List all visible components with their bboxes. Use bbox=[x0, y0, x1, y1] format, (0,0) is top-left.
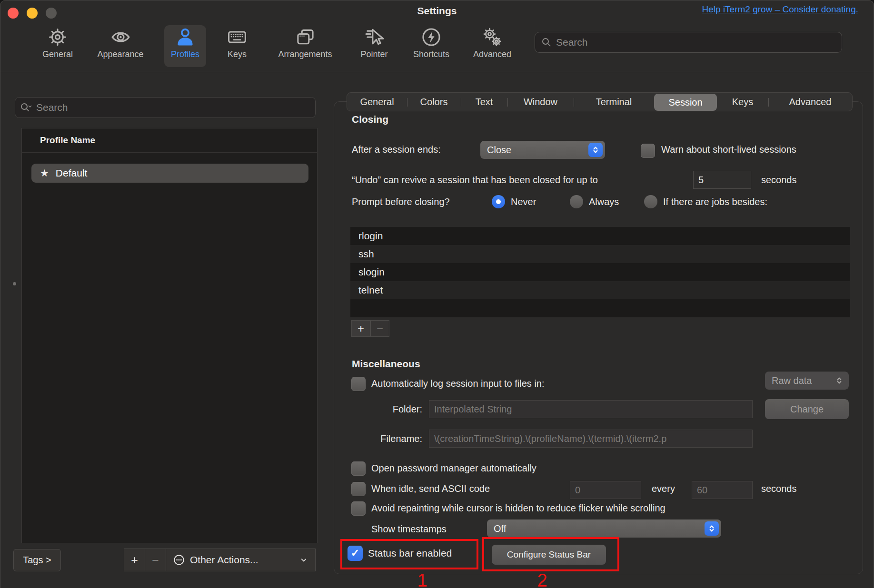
prompt-never-label: Never bbox=[511, 196, 536, 207]
folder-label: Folder: bbox=[352, 404, 422, 415]
toolbar-item-label: Advanced bbox=[473, 49, 511, 59]
prompt-before-closing-label: Prompt before closing? bbox=[352, 196, 450, 207]
profile-tabs: General Colors Text Window Terminal Sess… bbox=[347, 92, 853, 111]
warn-short-lived-checkbox[interactable] bbox=[641, 144, 655, 158]
idle-every-label: every bbox=[652, 483, 675, 494]
search-icon bbox=[541, 37, 552, 48]
password-manager-checkbox[interactable] bbox=[351, 461, 366, 476]
tab-terminal[interactable]: Terminal bbox=[574, 93, 654, 111]
other-actions-label: Other Actions... bbox=[190, 554, 258, 566]
closing-heading: Closing bbox=[352, 114, 388, 125]
autolog-label: Automatically log session input to files… bbox=[371, 378, 545, 389]
lightning-icon bbox=[421, 25, 442, 49]
tab-keys[interactable]: Keys bbox=[717, 93, 768, 111]
after-session-popup[interactable]: Close bbox=[480, 141, 605, 159]
keyboard-icon bbox=[226, 25, 248, 49]
gear-icon bbox=[47, 25, 68, 49]
toolbar-item-label: Pointer bbox=[360, 49, 387, 59]
job-row[interactable]: telnet bbox=[350, 281, 850, 299]
toolbar-item-appearance[interactable]: Appearance bbox=[97, 25, 143, 67]
toolbar-item-label: Appearance bbox=[97, 49, 143, 59]
annotation-box-1 bbox=[340, 539, 478, 569]
password-manager-label: Open password manager automatically bbox=[371, 463, 536, 474]
remove-profile-button[interactable]: − bbox=[145, 549, 166, 571]
prompt-never-radio[interactable] bbox=[492, 195, 505, 208]
prompt-jobs-radio[interactable] bbox=[644, 195, 657, 208]
toolbar-item-general[interactable]: General bbox=[42, 25, 73, 67]
job-row[interactable]: slogin bbox=[350, 263, 850, 281]
window-edge-dot bbox=[13, 282, 16, 285]
tab-window[interactable]: Window bbox=[507, 93, 574, 111]
profile-list: Profile Name ★ Default bbox=[21, 128, 318, 543]
gears-icon bbox=[481, 25, 503, 49]
settings-window: Settings Help iTerm2 grow – Consider don… bbox=[0, 0, 874, 588]
donate-link[interactable]: Help iTerm2 grow – Consider donating. bbox=[702, 4, 858, 15]
header-divider bbox=[22, 152, 317, 153]
toolbar-divider bbox=[0, 72, 874, 72]
annotation-number-2: 2 bbox=[537, 570, 547, 588]
profile-search-input[interactable] bbox=[36, 102, 310, 113]
timestamps-value: Off bbox=[494, 523, 506, 534]
idle-label: When idle, send ASCII code bbox=[371, 483, 490, 494]
log-format-value: Raw data bbox=[772, 375, 812, 386]
idle-seconds-unit: seconds bbox=[761, 483, 797, 494]
job-row[interactable]: ssh bbox=[350, 245, 850, 263]
tab-advanced[interactable]: Advanced bbox=[768, 93, 852, 111]
avoid-repaint-checkbox[interactable] bbox=[351, 501, 366, 516]
warn-short-lived-label: Warn about short-lived sessions bbox=[661, 144, 796, 155]
undo-seconds-field[interactable] bbox=[693, 171, 751, 189]
updown-chevron-icon bbox=[588, 143, 603, 157]
toolbar-item-arrangements[interactable]: Arrangements bbox=[278, 25, 332, 67]
job-row[interactable]: rlogin bbox=[350, 227, 850, 245]
tab-colors[interactable]: Colors bbox=[407, 93, 461, 111]
annotation-box-2 bbox=[482, 537, 619, 571]
undo-revive-label: “Undo” can revive a session that has bee… bbox=[352, 175, 598, 186]
prompt-jobs-label: If there are jobs besides: bbox=[663, 196, 767, 207]
folder-field[interactable] bbox=[429, 400, 753, 418]
misc-heading: Miscellaneous bbox=[352, 358, 420, 370]
idle-every-field[interactable] bbox=[692, 481, 753, 499]
pointer-icon bbox=[364, 25, 385, 49]
windows-icon bbox=[294, 25, 316, 49]
filename-field[interactable] bbox=[429, 430, 753, 448]
after-session-label: After a session ends: bbox=[352, 144, 441, 155]
after-session-value: Close bbox=[487, 145, 511, 156]
tab-general[interactable]: General bbox=[347, 93, 407, 111]
change-folder-button[interactable]: Change bbox=[765, 399, 849, 419]
toolbar-item-label: Arrangements bbox=[278, 49, 332, 59]
toolbar-item-profiles[interactable]: Profiles bbox=[164, 25, 206, 67]
autolog-checkbox[interactable] bbox=[351, 377, 366, 391]
updown-chevron-icon bbox=[705, 521, 719, 536]
profile-column-header: Profile Name bbox=[40, 135, 95, 146]
toolbar-item-advanced[interactable]: Advanced bbox=[473, 25, 511, 67]
toolbar-item-label: Keys bbox=[228, 49, 247, 59]
add-job-button[interactable]: + bbox=[351, 320, 370, 337]
tab-text[interactable]: Text bbox=[461, 93, 507, 111]
tags-button[interactable]: Tags > bbox=[13, 549, 61, 571]
profile-search[interactable] bbox=[15, 97, 316, 118]
person-icon bbox=[175, 25, 196, 49]
other-actions-button[interactable]: Other Actions... bbox=[166, 549, 316, 571]
toolbar-item-shortcuts[interactable]: Shortcuts bbox=[413, 25, 449, 67]
toolbar-search[interactable] bbox=[535, 32, 842, 53]
search-input[interactable] bbox=[556, 37, 836, 48]
idle-code-field[interactable] bbox=[570, 481, 641, 499]
toolbar-item-keys[interactable]: Keys bbox=[226, 25, 248, 67]
avoid-repaint-label: Avoid repainting while cursor is hidden … bbox=[371, 503, 665, 514]
jobs-list: rlogin ssh slogin telnet bbox=[350, 227, 850, 317]
log-format-popup[interactable]: Raw data bbox=[765, 372, 849, 390]
star-icon: ★ bbox=[40, 167, 49, 179]
profile-row-default[interactable]: ★ Default bbox=[31, 164, 308, 183]
toolbar-item-pointer[interactable]: Pointer bbox=[360, 25, 387, 67]
prompt-always-label: Always bbox=[589, 196, 619, 207]
add-profile-button[interactable]: + bbox=[124, 549, 145, 571]
timestamps-popup[interactable]: Off bbox=[487, 519, 721, 538]
filename-label: Filename: bbox=[352, 433, 422, 444]
tab-session[interactable]: Session bbox=[654, 94, 717, 111]
remove-job-button[interactable]: − bbox=[370, 320, 389, 337]
undo-seconds-unit: seconds bbox=[761, 175, 797, 186]
job-row-empty bbox=[350, 299, 850, 317]
idle-checkbox[interactable] bbox=[351, 482, 366, 496]
prompt-always-radio[interactable] bbox=[570, 195, 583, 208]
toolbar-item-label: General bbox=[42, 49, 73, 59]
